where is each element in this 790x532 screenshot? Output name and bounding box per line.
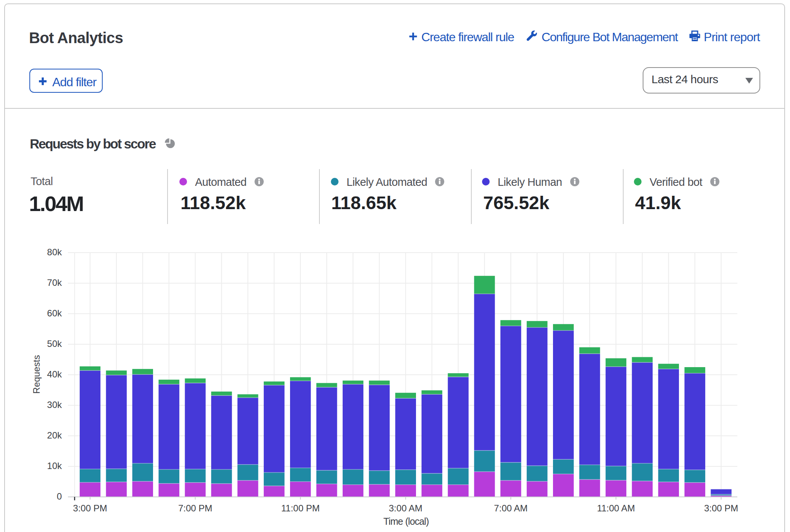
svg-text:Time (local): Time (local) xyxy=(384,516,429,527)
svg-text:11:00 AM: 11:00 AM xyxy=(597,503,635,513)
svg-text:60k: 60k xyxy=(47,308,62,318)
svg-text:3:00 PM: 3:00 PM xyxy=(704,503,738,513)
svg-text:3:00 AM: 3:00 AM xyxy=(389,503,422,513)
svg-text:3:00 PM: 3:00 PM xyxy=(73,503,107,513)
svg-text:10k: 10k xyxy=(47,461,62,471)
svg-text:70k: 70k xyxy=(47,277,62,288)
svg-text:80k: 80k xyxy=(47,247,62,257)
svg-text:7:00 PM: 7:00 PM xyxy=(178,503,212,513)
svg-text:50k: 50k xyxy=(47,339,62,349)
svg-text:40k: 40k xyxy=(47,369,62,379)
svg-text:20k: 20k xyxy=(47,430,62,440)
svg-text:11:00 PM: 11:00 PM xyxy=(281,503,320,513)
svg-text:0: 0 xyxy=(57,491,62,501)
svg-text:30k: 30k xyxy=(47,400,62,410)
svg-text:7:00 AM: 7:00 AM xyxy=(494,503,527,513)
svg-text:Requests: Requests xyxy=(31,355,42,393)
